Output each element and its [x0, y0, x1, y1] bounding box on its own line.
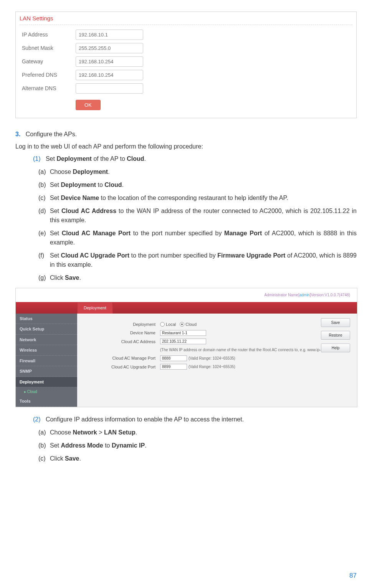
- input-manage-port[interactable]: [160, 355, 187, 361]
- substep-2: (2) Configure IP address information to …: [15, 415, 357, 424]
- item2-c: (c) Click Save.: [38, 454, 357, 463]
- item-d: (d) Set Cloud AC Address to the WAN IP a…: [38, 206, 357, 225]
- row-upgrade-port: Cloud AC Upgrade Port (Valid Range: 1024…: [83, 364, 352, 370]
- save-button[interactable]: Save: [321, 318, 350, 327]
- nav-quick-setup[interactable]: Quick Setup: [16, 324, 77, 335]
- input-pref-dns[interactable]: [76, 70, 143, 80]
- row-alt-dns: Alternate DNS: [20, 83, 352, 94]
- input-device-name[interactable]: [160, 330, 206, 336]
- ap-webui-screenshot: Administrator Name[admin]Version:V1.0.0.…: [15, 288, 357, 407]
- input-upgrade-port[interactable]: [160, 364, 187, 370]
- input-subnet[interactable]: [76, 43, 143, 53]
- nav-deployment[interactable]: Deployment: [16, 377, 77, 388]
- label-pref-dns: Preferred DNS: [20, 71, 76, 79]
- step-intro: Log in to the web UI of each AP and perf…: [15, 142, 357, 151]
- main-panel: Save Restore Help Deployment Local Cloud…: [77, 314, 357, 407]
- nav-deployment-cloud[interactable]: Cloud: [16, 387, 77, 396]
- item-e: (e) Set Cloud AC Manage Port to the port…: [38, 229, 357, 247]
- radio-local[interactable]: Local: [160, 321, 176, 328]
- label-subnet: Subnet Mask: [20, 44, 76, 52]
- nav-wireless[interactable]: Wireless: [16, 345, 77, 356]
- nav-tools[interactable]: Tools: [16, 396, 77, 407]
- help-button[interactable]: Help: [321, 344, 350, 352]
- row-manage-port: Cloud AC Manage Port (Valid Range: 1024~…: [83, 355, 352, 362]
- row-cloud-address: Cloud AC Address: [83, 339, 352, 345]
- input-cloud-address[interactable]: [160, 339, 206, 344]
- input-gateway[interactable]: [76, 56, 143, 67]
- radio-cloud[interactable]: Cloud: [180, 321, 197, 328]
- substep-2-num: (2): [33, 416, 41, 423]
- substep-1-num: (1): [33, 155, 41, 162]
- restore-button[interactable]: Restore: [321, 331, 350, 340]
- label-alt-dns: Alternate DNS: [20, 84, 76, 92]
- item-a: (a) Choose Deployment.: [38, 167, 357, 177]
- substep-1: (1) Set Deployment of the AP to Cloud.: [15, 154, 357, 164]
- item-b: (b) Set Deployment to Cloud.: [38, 180, 357, 190]
- item2-a: (a) Choose Network > LAN Setup.: [38, 428, 357, 437]
- label-gateway: Gateway: [20, 58, 76, 66]
- nav-snmp[interactable]: SNMP: [16, 366, 77, 377]
- step-title: Configure the APs.: [26, 131, 77, 137]
- lan-settings-panel: LAN Settings IP Address Subnet Mask Gate…: [15, 12, 357, 118]
- step-number: 3.: [15, 131, 20, 137]
- ok-button[interactable]: OK: [76, 100, 101, 110]
- nav-firewall[interactable]: Firewall: [16, 356, 77, 367]
- row-deployment: Deployment Local Cloud: [83, 321, 352, 328]
- item-g: (g) Click Save.: [38, 273, 357, 282]
- row-preferred-dns: Preferred DNS: [20, 70, 352, 80]
- redbar: Deployment: [16, 302, 357, 314]
- row-gateway: Gateway: [20, 56, 352, 67]
- label-ip: IP Address: [20, 31, 76, 39]
- nav-network[interactable]: Network: [16, 335, 77, 345]
- step-3-line: 3. Configure the APs.: [15, 130, 357, 139]
- row-subnet: Subnet Mask: [20, 43, 352, 53]
- nav-status[interactable]: Status: [16, 314, 77, 324]
- input-ip[interactable]: [76, 30, 143, 40]
- sidebar: Status Quick Setup Network Wireless Fire…: [16, 314, 77, 407]
- input-alt-dns[interactable]: [76, 83, 143, 94]
- item-f: (f) Set Cloud AC Upgrade Port to the por…: [38, 251, 357, 269]
- tab-deployment[interactable]: Deployment: [77, 302, 113, 314]
- row-device-name: Device Name: [83, 330, 352, 336]
- item2-b: (b) Set Address Mode to Dynamic IP.: [38, 441, 357, 450]
- row-ip: IP Address: [20, 30, 352, 40]
- topbar: Administrator Name[admin]Version:V1.0.0.…: [16, 288, 357, 302]
- item-c: (c) Set Device Name to the location of t…: [38, 193, 357, 203]
- lan-settings-title: LAN Settings: [20, 14, 352, 25]
